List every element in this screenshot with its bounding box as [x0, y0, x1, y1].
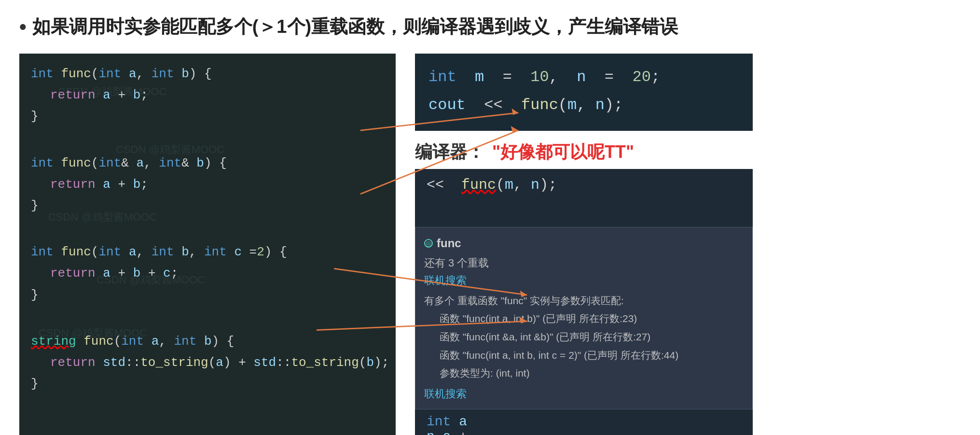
- r-num-10: 10: [530, 68, 549, 86]
- tooltip-panel: ◎ func 还有 3 个重载 联机搜索 有多个 重载函数 "func" 实例与…: [415, 227, 753, 409]
- comma-3a: ,: [136, 241, 144, 263]
- call-close-1: ): [223, 352, 231, 373]
- kw-func-3: func: [61, 241, 91, 263]
- kw-func-1: func: [61, 63, 91, 84]
- eq-default: =: [249, 241, 257, 263]
- kw-int-2: int: [31, 153, 54, 174]
- paren-close-2: ) {: [204, 153, 227, 174]
- tooltip-func-label: func: [437, 234, 461, 253]
- var-a1: a: [103, 84, 110, 106]
- tooltip-description: 有多个 重载函数 "func" 实例与参数列表匹配:: [424, 293, 744, 309]
- partial-paren: (: [496, 177, 505, 193]
- param-a1: a: [129, 63, 137, 84]
- tooltip-func-row: ◎ func: [424, 234, 744, 253]
- r-arg-n: n: [595, 96, 605, 114]
- kw-func-4: func: [83, 331, 113, 352]
- kw-return-3: return: [50, 263, 96, 284]
- r-arg-m: m: [567, 96, 577, 114]
- kw-int-3: int: [31, 241, 54, 263]
- comma-2: ,: [144, 153, 152, 174]
- r-num-20: 20: [632, 68, 650, 86]
- param-b3: b: [181, 241, 189, 263]
- r-shift: <<: [484, 96, 502, 114]
- page-container: • 如果调用时实参能匹配多个(＞1个)重载函数，则编译器遇到歧义，产生编译错误 …: [0, 0, 980, 435]
- tooltip-func-icon: ◎: [424, 239, 433, 248]
- ns-std-1: std: [103, 352, 125, 373]
- plus-str: +: [238, 352, 246, 373]
- call-1: (: [208, 352, 216, 373]
- kw-int-a3: int: [98, 241, 121, 263]
- op-plus-1: +: [118, 84, 125, 106]
- code-block-3: int func(int a, int b, int c = 2) { retu…: [31, 241, 384, 306]
- r-func-call: func: [521, 96, 558, 114]
- param-c3: c: [234, 241, 242, 263]
- kw-int-a: int: [98, 63, 121, 84]
- right-bottom-code: << func(m, n);: [415, 169, 753, 227]
- call-2: (: [359, 352, 367, 373]
- var-a3: a: [103, 263, 110, 284]
- compiler-label: 编译器：: [415, 140, 484, 164]
- paren-close-4: ) {: [212, 331, 235, 352]
- var-b3: b: [133, 263, 141, 284]
- partial-line: << func(m, n);: [427, 177, 741, 193]
- r-cout: cout: [428, 96, 466, 114]
- comma-3b: ,: [189, 241, 197, 263]
- kw-return-2: return: [50, 174, 96, 195]
- r-comma: ,: [549, 68, 558, 86]
- top-text-container: • 如果调用时实参能匹配多个(＞1个)重载函数，则编译器遇到歧义，产生编译错误: [19, 14, 961, 39]
- partial-m: m: [505, 177, 513, 193]
- kw-func-2: func: [61, 153, 91, 174]
- paren-close-1: ) {: [189, 63, 212, 84]
- bullet-point: •: [19, 15, 27, 39]
- r-semi1: ;: [651, 68, 660, 86]
- num-2: 2: [257, 241, 264, 263]
- kw-int-b: int: [152, 63, 174, 84]
- code-block-2: int func(int& a, int& b) { return a + b;…: [31, 153, 384, 217]
- tooltip-online-search-2[interactable]: 联机搜索: [424, 385, 744, 402]
- op-plus-3b: +: [148, 263, 156, 284]
- kw-string-4: string: [31, 331, 76, 352]
- code-line-3-2: return a + b + c;: [50, 263, 384, 284]
- fn-tostring-1: to_string: [140, 352, 208, 373]
- r-var-m: m: [475, 68, 484, 86]
- partial-code-n-a: n a +: [427, 429, 741, 435]
- kw-int-b3: int: [152, 241, 174, 263]
- tooltip-online-search-1[interactable]: 联机搜索: [424, 272, 744, 289]
- code-line-2-1: int func(int& a, int& b) {: [31, 153, 384, 174]
- tooltip-item-2: 函数 "func(int &a, int &b)" (已声明 所在行数:27): [440, 329, 744, 345]
- paren-close-3: ) {: [264, 241, 287, 263]
- comma-1: ,: [136, 63, 144, 84]
- brace-close-3: }: [31, 284, 39, 306]
- code-line-1-3: }: [31, 106, 384, 127]
- empty-3: [31, 317, 384, 331]
- code-line-3-1: int func(int a, int b, int c = 2) {: [31, 241, 384, 263]
- tooltip-item-4: 参数类型为: (int, int): [440, 365, 744, 381]
- kw-int-b4: int: [174, 331, 197, 352]
- code-line-1-2: return a + b;: [50, 84, 384, 106]
- var-a2: a: [103, 174, 110, 195]
- kw-int-ref-b: int: [159, 153, 181, 174]
- right-code-line1: int m = 10, n = 20;: [428, 63, 739, 91]
- kw-int-1: int: [31, 63, 54, 84]
- var-b2: b: [133, 174, 141, 195]
- op-plus-3a: +: [118, 263, 125, 284]
- paren-4: (: [114, 331, 122, 352]
- right-top-code: int m = 10, n = 20; cout << func(m, n);: [415, 54, 753, 131]
- kw-return-1: return: [50, 84, 96, 106]
- param-a4: a: [152, 331, 159, 352]
- scope-1: ::: [125, 352, 140, 373]
- r-eq1: =: [503, 68, 512, 86]
- code-line-4-2: return std::to_string(a) + std::to_strin…: [50, 352, 384, 373]
- code-line-1-1: int func(int a, int b) {: [31, 63, 384, 84]
- tooltip-body: 有多个 重载函数 "func" 实例与参数列表匹配: 函数 "func(int …: [424, 293, 744, 381]
- ns-std-2: std: [253, 352, 276, 373]
- r-var-n: n: [577, 68, 586, 86]
- comma-4: ,: [159, 331, 166, 352]
- paren-2: (: [91, 153, 99, 174]
- semi-2: ;: [140, 174, 148, 195]
- var-b4: b: [366, 352, 374, 373]
- r-paren-close: );: [605, 96, 623, 114]
- partial-n: n: [531, 177, 539, 193]
- code-block-1: int func(int a, int b) { return a + b; }: [31, 63, 384, 127]
- paren-1: (: [91, 63, 99, 84]
